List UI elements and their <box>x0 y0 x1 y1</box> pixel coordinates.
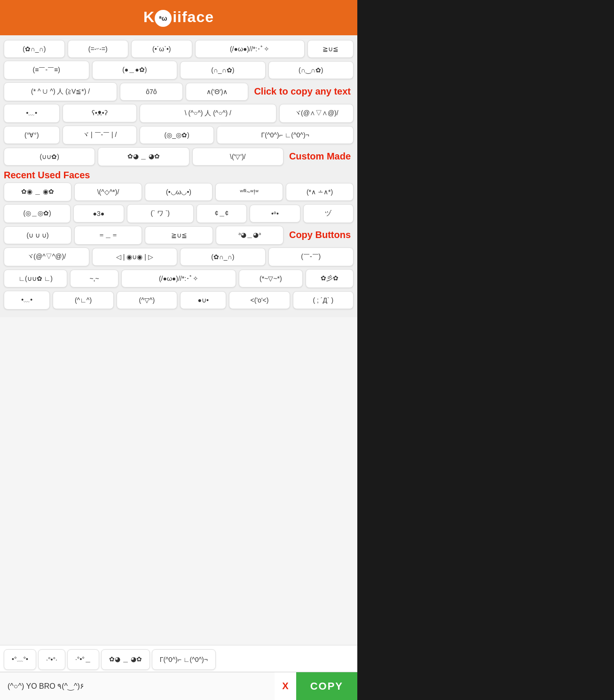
face-btn[interactable]: (∩_∩✿) <box>180 61 266 79</box>
logo-icon: ᵃω <box>155 10 172 27</box>
face-btn[interactable]: (≡￣-￣≡) <box>4 61 89 80</box>
face-btn[interactable]: ヾ(@^▽^@)/ <box>4 247 89 266</box>
face-btn[interactable]: ≧∪≦ <box>145 226 213 244</box>
face-row-7: (◎＿◎✿) ●3● (` ワ `) ¢＿¢ •ᵒ• ヅ <box>4 204 354 223</box>
custom-made-label: Custom Made <box>286 149 354 164</box>
app-title: Kᵃωiiface <box>5 8 353 27</box>
face-btn[interactable]: ＝＿＝ <box>74 226 142 245</box>
input-row: X COPY <box>0 672 357 700</box>
face-btn[interactable]: (=-ᵕ-=) <box>68 40 129 58</box>
face-btn[interactable]: \(^◇^*)/ <box>74 183 142 201</box>
face-btn[interactable]: ʷʷ᷉~ʷ!ʷ <box>215 183 283 201</box>
face-btn[interactable]: (∪ ∪ ∪) <box>4 226 71 244</box>
face-row-6: ✿◉ ＿ ◉✿ \(^◇^*)/ (•◡ω◡•) ʷʷ᷉~ʷ!ʷ (*∧ ∸∧*… <box>4 183 354 201</box>
face-btn[interactable]: \('▽')/ <box>192 148 283 166</box>
face-btn[interactable]: (●＿●✿) <box>92 61 178 80</box>
quick-faces-row: •°﹏°• ·°•°· ·°•°＿ ✿◕ ＿ ◕✿ Γ(^0^)⌐ ∟(^0^)… <box>0 645 357 672</box>
face-btn[interactable]: ✿◕ ＿ ◕✿ <box>98 147 189 166</box>
quick-face-btn[interactable]: ·°•°· <box>38 649 65 670</box>
quick-face-btn[interactable]: ·°•°＿ <box>67 649 99 670</box>
face-btn[interactable]: (∩‿∩✿) <box>268 61 354 79</box>
face-btn[interactable]: (^∟^) <box>53 291 113 309</box>
face-btn[interactable]: (￣-￣) <box>268 247 354 266</box>
quick-face-btn[interactable]: •°﹏°• <box>4 649 36 670</box>
face-btn[interactable]: (/●ω●)//*:･ﾟ✧ <box>195 40 305 58</box>
face-btn[interactable]: (^▽^) <box>117 291 177 309</box>
face-row-11: •﹏• (^∟^) (^▽^) ●∪• <('o'<) ( ; ´Д` ) <box>4 291 354 310</box>
face-row-3: (* ^ ∪ ^) 人 (≧V≦*) / ô7ô ∧('Θ')∧ Click t… <box>4 82 354 101</box>
face-btn[interactable]: (◎_◎✿) <box>140 126 214 144</box>
face-btn[interactable]: ヅ <box>303 204 354 223</box>
face-btn[interactable]: ∧('Θ')∧ <box>186 83 249 101</box>
face-btn[interactable]: •ᵒ• <box>250 205 300 223</box>
face-btn[interactable]: (* ^ ∪ ^) 人 (≧V≦*) / <box>4 82 117 101</box>
copy-buttons-label: Copy Buttons <box>286 228 354 242</box>
face-btn[interactable]: (/●ω●)//*:･ﾟ✧ <box>121 270 236 287</box>
face-btn[interactable]: ∟(∪∪✿ ∟) <box>4 270 67 287</box>
face-row-2: (≡￣-￣≡) (●＿●✿) (∩_∩✿) (∩‿∩✿) <box>4 61 354 80</box>
face-row-5: (°∀°) ヾ | ￣-￣ | / (◎_◎✿) Γ(^0^)⌐ ∟(^0^)¬ <box>4 126 354 144</box>
face-btn[interactable]: ✿彡✿ <box>306 269 354 288</box>
face-btn[interactable]: (•´ω`•) <box>131 40 192 58</box>
face-btn[interactable]: (*~▽~*) <box>239 270 302 287</box>
face-btn[interactable]: ʕ•ᴥ•ʔ <box>63 104 137 122</box>
face-row-4: •﹏• ʕ•ᴥ•ʔ \ (^○^) 人 (^○^) / ヾ(@∧▽∧@)/ <box>4 104 354 123</box>
face-btn[interactable]: ✿◉ ＿ ◉✿ <box>4 183 71 201</box>
face-btn[interactable]: ヾ | ￣-￣ | / <box>63 126 137 144</box>
face-btn[interactable]: (` ワ `) <box>127 204 194 223</box>
face-row-9: ヾ(@^▽^@)/ ◁ | ◉∪◉ | ▷ (✿∩_∩) (￣-￣) <box>4 247 354 266</box>
face-row-10: ∟(∪∪✿ ∟) ~,~ (/●ω●)//*:･ﾟ✧ (*~▽~*) ✿彡✿ <box>4 269 354 288</box>
quick-face-btn[interactable]: Γ(^0^)⌐ ∟(^0^)¬ <box>152 649 216 670</box>
quick-face-btn[interactable]: ✿◕ ＿ ◕✿ <box>101 649 150 670</box>
recent-used-label: Recent Used Faces <box>4 169 354 183</box>
face-btn[interactable]: ◁ | ◉∪◉ | ▷ <box>92 248 178 266</box>
face-btn[interactable]: •﹏• <box>4 104 60 123</box>
face-row-1: (✿∩_∩) (=-ᵕ-=) (•´ω`•) (/●ω●)//*:･ﾟ✧ ≧∪≦ <box>4 40 354 58</box>
face-btn[interactable]: (•◡ω◡•) <box>145 183 213 201</box>
face-btn[interactable]: ●∪• <box>180 291 226 309</box>
face-btn[interactable]: (✿∩_∩) <box>180 248 266 266</box>
copy-button[interactable]: COPY <box>296 672 357 700</box>
face-row-recent-header: (∪∪✿) ✿◕ ＿ ◕✿ \('▽')/ Custom Made <box>4 147 354 166</box>
face-btn[interactable]: ●3● <box>73 205 124 223</box>
face-btn[interactable]: <('o'<) <box>229 291 290 309</box>
face-btn[interactable]: ᵃ◕＿◕ᵃ <box>216 226 283 245</box>
face-btn[interactable]: (✿∩_∩) <box>4 40 65 58</box>
face-btn[interactable]: (*∧ ∸∧*) <box>286 183 354 201</box>
face-btn[interactable]: (°∀°) <box>4 126 60 144</box>
click-to-copy-label: Click to copy any text <box>251 84 354 99</box>
text-input[interactable] <box>0 672 275 700</box>
face-btn[interactable]: ヾ(@∧▽∧@)/ <box>279 104 354 123</box>
face-btn[interactable]: ¢＿¢ <box>197 204 247 223</box>
face-btn[interactable]: ~,~ <box>70 270 118 287</box>
face-btn[interactable]: (◎＿◎✿) <box>4 204 71 223</box>
face-btn[interactable]: •﹏• <box>4 291 50 310</box>
face-btn[interactable]: ≧∪≦ <box>307 40 354 58</box>
clear-button[interactable]: X <box>275 672 296 700</box>
face-btn[interactable]: ô7ô <box>120 83 183 101</box>
face-btn[interactable]: (∪∪✿) <box>4 148 95 166</box>
face-row-8: (∪ ∪ ∪) ＝＿＝ ≧∪≦ ᵃ◕＿◕ᵃ Copy Buttons <box>4 226 354 245</box>
face-btn[interactable]: \ (^○^) 人 (^○^) / <box>140 104 276 123</box>
face-btn[interactable]: ( ; ´Д` ) <box>293 291 354 309</box>
face-btn[interactable]: Γ(^0^)⌐ ∟(^0^)¬ <box>217 126 354 144</box>
bottom-bar: •°﹏°• ·°•°· ·°•°＿ ✿◕ ＿ ◕✿ Γ(^0^)⌐ ∟(^0^)… <box>0 645 357 700</box>
app-header: Kᵃωiiface <box>0 0 357 35</box>
